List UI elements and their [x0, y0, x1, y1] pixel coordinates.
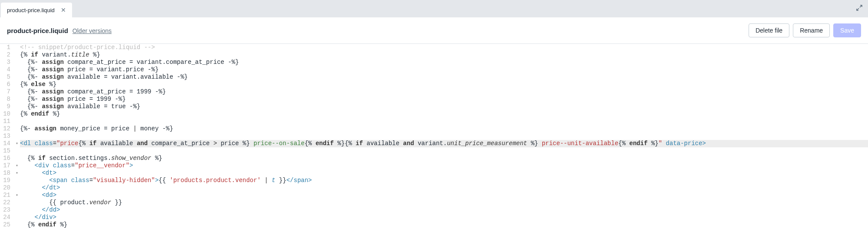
file-title: product-price.liquid: [7, 27, 68, 34]
older-versions-link[interactable]: Older versions: [73, 27, 112, 34]
expand-icon[interactable]: [856, 4, 863, 13]
rename-button[interactable]: Rename: [793, 23, 830, 37]
delete-file-button[interactable]: Delete file: [749, 23, 789, 37]
code-editor[interactable]: 1<!-- snippet/product-price.liquid --> 2…: [0, 44, 868, 229]
tab-bar: product-price.liquid ✕: [0, 0, 868, 17]
tab-product-price[interactable]: product-price.liquid ✕: [1, 3, 72, 17]
tab-label: product-price.liquid: [7, 7, 55, 13]
close-icon[interactable]: ✕: [61, 7, 66, 13]
toolbar: product-price.liquid Older versions Dele…: [0, 17, 868, 44]
save-button[interactable]: Save: [833, 23, 861, 37]
